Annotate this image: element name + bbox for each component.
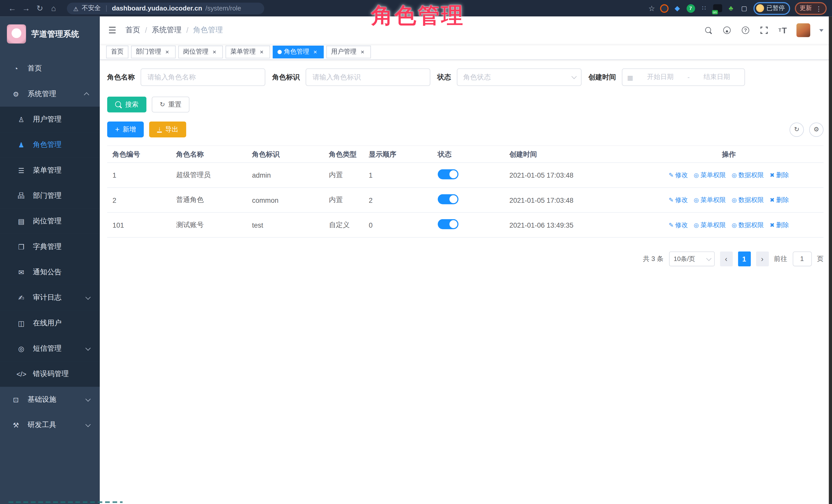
profile-paused-pill[interactable]: 已暂停 <box>753 2 790 15</box>
row-action-link[interactable]: ✖ 删除 <box>770 170 789 180</box>
column-settings-button[interactable] <box>809 122 824 137</box>
range-separator: - <box>687 74 690 81</box>
row-action-link[interactable]: ✖ 删除 <box>770 220 789 230</box>
user-avatar[interactable] <box>796 23 810 37</box>
hamburger-icon[interactable] <box>108 25 116 36</box>
date-range-picker[interactable]: 开始日期 - 结束日期 <box>622 69 745 86</box>
export-button[interactable]: 导出 <box>149 122 186 137</box>
sidebar-item-menu-management[interactable]: ☰ 菜单管理 <box>0 158 100 183</box>
sidebar-item-post-management[interactable]: ▤ 岗位管理 <box>0 208 100 234</box>
sidebar-item-notice[interactable]: ✉ 通知公告 <box>0 260 100 285</box>
user-icon: ♙ <box>17 115 26 123</box>
sidebar-logo-row[interactable]: 芋道管理系统 <box>0 17 100 52</box>
status-select[interactable]: 角色状态 <box>457 69 581 86</box>
status-toggle[interactable] <box>438 169 459 179</box>
reset-button[interactable]: 重置 <box>152 97 189 112</box>
breadcrumb: 首页 系统管理 角色管理 <box>125 25 223 35</box>
role-key-input[interactable] <box>306 69 430 86</box>
sidebar-item-dev-tools[interactable]: ⚒ 研发工具 <box>0 412 100 437</box>
status-label: 状态 <box>437 72 451 82</box>
browser-forward-icon[interactable] <box>19 4 33 12</box>
text-size-icon[interactable] <box>778 25 787 35</box>
row-action-link[interactable]: ✎ 修改 <box>669 195 688 205</box>
refresh-table-button[interactable] <box>789 122 804 137</box>
tab-home[interactable]: 首页 <box>106 45 128 58</box>
row-action-link[interactable]: ◎ 菜单权限 <box>694 195 726 205</box>
menu-permission-icon: ◎ <box>694 196 699 204</box>
role-id-cell: 2 <box>107 196 171 204</box>
question-help-icon[interactable] <box>741 25 750 35</box>
tab-dept-management[interactable]: 部门管理 <box>131 45 176 58</box>
tab-label: 角色管理 <box>284 47 309 56</box>
sidebar-item-dept-management[interactable]: 品 部门管理 <box>0 183 100 208</box>
browser-menu-kebab-icon[interactable] <box>815 3 822 13</box>
row-action-link[interactable]: ✖ 删除 <box>770 195 789 205</box>
window-scrollbar[interactable] <box>829 17 832 504</box>
tab-menu-management[interactable]: 菜单管理 <box>226 45 270 58</box>
tab-role-management[interactable]: 角色管理 <box>273 45 324 58</box>
extension-on-badge: on <box>712 10 718 15</box>
row-action-link[interactable]: ✎ 修改 <box>669 220 688 230</box>
row-action-link[interactable]: ✎ 修改 <box>669 170 688 180</box>
page-content: 角色名称 角色标识 状态 角色状态 创建时间 开始日期 - 结束日期 <box>100 60 832 504</box>
sidebar-item-sms-management[interactable]: ◎ 短信管理 <box>0 336 100 361</box>
tab-user-management[interactable]: 用户管理 <box>327 45 371 58</box>
role-id-cell: 1 <box>107 171 171 179</box>
search-button[interactable]: 搜索 <box>107 97 147 112</box>
browser-back-icon[interactable] <box>5 4 19 12</box>
browser-update-button[interactable]: 更新 <box>795 2 827 15</box>
close-icon[interactable] <box>163 48 171 55</box>
sidebar-item-role-management[interactable]: ♟ 角色管理 <box>0 132 100 157</box>
status-toggle[interactable] <box>438 219 459 229</box>
breadcrumb-home[interactable]: 首页 <box>125 25 140 35</box>
close-icon[interactable] <box>312 48 319 55</box>
search-icon[interactable] <box>704 25 713 35</box>
sidebar-item-home[interactable]: ◔ 首页 <box>0 56 100 81</box>
display-order-cell: 0 <box>364 221 433 229</box>
extension-gem-icon[interactable] <box>673 4 681 12</box>
goto-page-input[interactable] <box>792 251 812 266</box>
tab-label: 部门管理 <box>136 47 161 56</box>
sidebar-item-dict-management[interactable]: ❐ 字典管理 <box>0 234 100 260</box>
col-role-type: 角色类型 <box>323 150 363 159</box>
close-icon[interactable] <box>359 48 366 55</box>
row-action-link[interactable]: ◎ 数据权限 <box>732 195 764 205</box>
row-action-link[interactable]: ◎ 数据权限 <box>732 220 764 230</box>
sidebar-item-online-users[interactable]: ◫ 在线用户 <box>0 311 100 336</box>
browser-reload-icon[interactable] <box>33 3 47 13</box>
add-button[interactable]: 新增 <box>107 122 144 137</box>
bookmark-star-icon[interactable] <box>648 3 655 13</box>
page-1-button[interactable]: 1 <box>738 251 751 266</box>
plus-icon <box>115 125 120 133</box>
sidebar-item-user-management[interactable]: ♙ 用户管理 <box>0 107 100 132</box>
row-action-link[interactable]: ◎ 数据权限 <box>732 170 764 180</box>
sidebar-item-system-management[interactable]: ⚙ 系统管理 <box>0 81 100 107</box>
extension-sprout-icon[interactable] <box>727 4 735 12</box>
row-action-link[interactable]: ◎ 菜单权限 <box>694 220 726 230</box>
close-icon[interactable] <box>258 48 265 55</box>
extensions-puzzle-icon[interactable] <box>740 4 748 12</box>
github-icon[interactable] <box>722 25 732 35</box>
display-order-cell: 2 <box>364 196 433 204</box>
role-name-input[interactable] <box>140 69 265 86</box>
extension-dots-icon[interactable] <box>700 4 708 12</box>
sidebar-item-infrastructure[interactable]: ⊡ 基础设施 <box>0 387 100 412</box>
browser-home-icon[interactable] <box>47 4 60 12</box>
avatar-caret-icon[interactable] <box>819 29 824 31</box>
page-size-select[interactable]: 10条/页 <box>669 251 714 266</box>
extension-dark-icon[interactable]: on <box>713 4 722 12</box>
close-icon[interactable] <box>211 48 218 55</box>
fullscreen-icon[interactable] <box>759 25 769 35</box>
next-page-button[interactable] <box>756 251 769 266</box>
sidebar-item-error-code-management[interactable]: </> 错误码管理 <box>0 361 100 387</box>
row-action-link[interactable]: ◎ 菜单权限 <box>694 170 726 180</box>
sidebar-item-audit-log[interactable]: ✍ 审计日志 <box>0 285 100 310</box>
tab-post-management[interactable]: 岗位管理 <box>178 45 223 58</box>
extension-seven-icon[interactable]: 7 <box>686 4 695 12</box>
extension-orange-icon[interactable] <box>660 4 668 12</box>
status-select-placeholder: 角色状态 <box>463 72 491 82</box>
breadcrumb-system[interactable]: 系统管理 <box>152 25 182 35</box>
status-toggle[interactable] <box>438 194 459 204</box>
address-bar[interactable]: 不安全 dashboard.yudao.iocoder.cn /system/r… <box>67 2 264 14</box>
prev-page-button[interactable] <box>720 251 732 266</box>
